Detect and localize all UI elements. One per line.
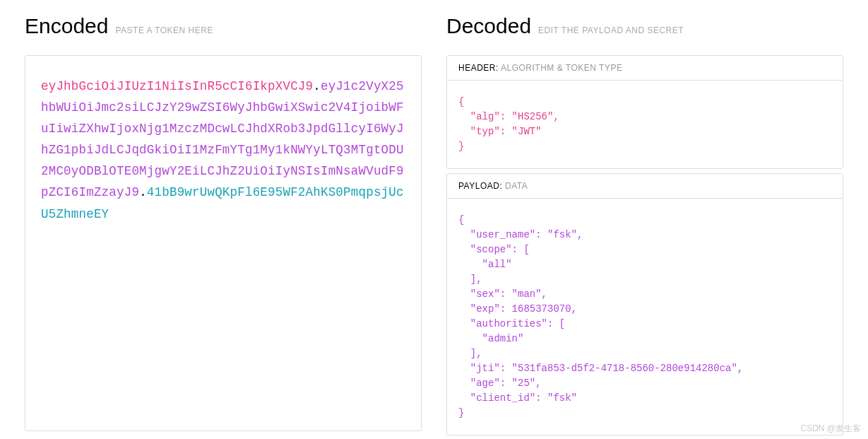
header-section: HEADER: ALGORITHM & TOKEN TYPE { "alg": … (446, 55, 843, 169)
encoded-column: Encoded PASTE A TOKEN HERE eyJhbGciOiJIU… (25, 14, 422, 439)
header-section-label: HEADER: (458, 63, 499, 73)
payload-section-label: PAYLOAD: (458, 181, 502, 191)
header-json[interactable]: { "alg": "HS256", "typ": "JWT" } (447, 81, 843, 168)
payload-section-head: PAYLOAD: DATA (447, 174, 843, 199)
decoded-subtitle: EDIT THE PAYLOAD AND SECRET (538, 25, 684, 35)
token-header-part: eyJhbGciOiJIUzI1NiIsInR5cCI6IkpXVCJ9 (41, 79, 313, 93)
header-section-sub: ALGORITHM & TOKEN TYPE (501, 63, 622, 73)
token-payload-part: eyJ1c2VyX25hbWUiOiJmc2siLCJzY29wZSI6WyJh… (41, 79, 404, 199)
header-section-head: HEADER: ALGORITHM & TOKEN TYPE (447, 56, 843, 81)
decoded-title: Decoded (446, 14, 531, 38)
watermark: CSDN @发生客 (800, 423, 861, 435)
payload-section-sub: DATA (505, 181, 528, 191)
encoded-token[interactable]: eyJhbGciOiJIUzI1NiIsInR5cCI6IkpXVCJ9.eyJ… (41, 76, 405, 225)
token-dot: . (139, 185, 147, 199)
encoded-title: Encoded (25, 14, 108, 38)
encoded-subtitle: PASTE A TOKEN HERE (115, 25, 213, 35)
encoded-token-box[interactable]: eyJhbGciOiJIUzI1NiIsInR5cCI6IkpXVCJ9.eyJ… (25, 55, 422, 431)
token-dot: . (313, 79, 321, 93)
payload-section: PAYLOAD: DATA { "user_name": "fsk", "sco… (446, 173, 843, 435)
decoded-column: Decoded EDIT THE PAYLOAD AND SECRET HEAD… (446, 14, 843, 439)
payload-json[interactable]: { "user_name": "fsk", "scope": [ "all" ]… (447, 199, 843, 435)
